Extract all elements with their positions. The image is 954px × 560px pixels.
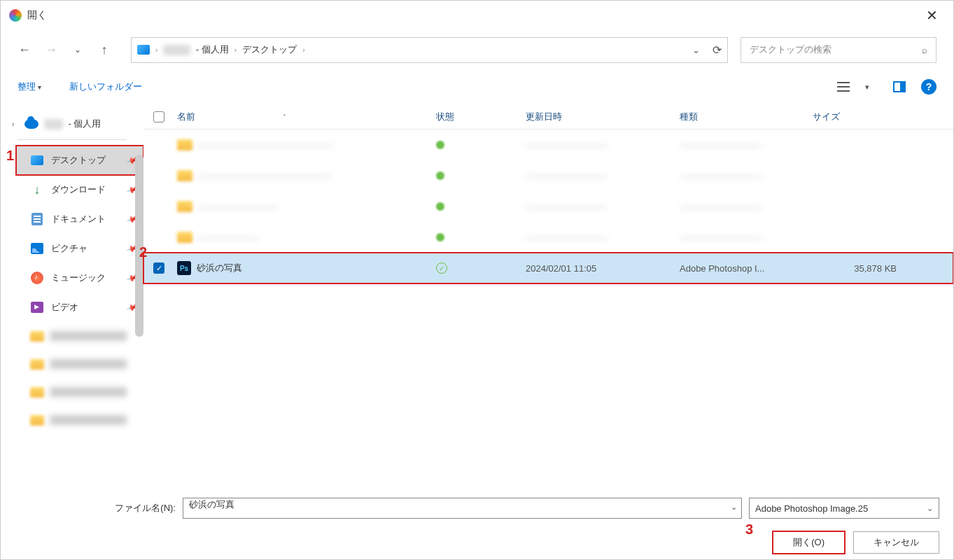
breadcrumb-redacted[interactable]: x	[163, 45, 190, 55]
window-title: 開く	[27, 9, 47, 22]
main-content: 1 › x - 個人用 デスクトップ 📌 ↓ ダウンロード 📌 ドキュメント 📌	[1, 104, 953, 482]
search-placeholder: デスクトップの検索	[750, 43, 832, 56]
sidebar-label-documents: ドキュメント	[51, 213, 106, 225]
folder-icon	[177, 170, 192, 181]
music-icon	[31, 272, 43, 284]
sidebar-item-desktop[interactable]: デスクトップ 📌	[16, 146, 143, 175]
download-icon: ↓	[30, 183, 44, 197]
search-input[interactable]: デスクトップの検索 ⌕	[741, 37, 937, 63]
synced-icon: ✓	[436, 262, 447, 274]
sidebar-label-music: ミュージック	[51, 272, 106, 284]
new-folder-button[interactable]: 新しいフォルダー	[69, 80, 142, 93]
folder-icon	[137, 45, 150, 55]
photoshop-icon: Ps	[177, 261, 191, 275]
document-icon	[31, 213, 43, 225]
file-type: Adobe Photoshop I...	[680, 263, 813, 274]
file-row-redacted[interactable]: ————————— ——————————————————	[143, 191, 953, 222]
address-dropdown[interactable]: ⌄	[692, 45, 700, 55]
search-icon: ⌕	[922, 45, 927, 55]
chevron-right-icon: ›	[234, 46, 237, 54]
file-size: 35,878 KB	[813, 263, 897, 274]
tree-onedrive-label: - 個人用	[69, 118, 101, 130]
folder-icon	[177, 232, 192, 243]
video-icon	[31, 302, 43, 313]
sidebar-item-redacted[interactable]	[1, 378, 143, 406]
status-icon	[436, 202, 444, 211]
sidebar-label-videos: ビデオ	[51, 301, 78, 314]
navigation-sidebar: 1 › x - 個人用 デスクトップ 📌 ↓ ダウンロード 📌 ドキュメント 📌	[1, 104, 143, 482]
back-button[interactable]: ←	[17, 43, 31, 57]
filename-dropdown-icon[interactable]: ⌄	[731, 503, 737, 512]
column-size[interactable]: サイズ	[813, 111, 897, 123]
column-date[interactable]: 更新日時	[526, 111, 680, 123]
sidebar-item-videos[interactable]: ビデオ 📌	[16, 293, 143, 322]
sidebar-item-pictures[interactable]: ピクチャ 📌	[16, 234, 143, 263]
sidebar-label-downloads: ダウンロード	[51, 183, 106, 196]
cancel-button[interactable]: キャンセル	[853, 531, 939, 554]
folder-icon	[177, 139, 192, 150]
sidebar-item-downloads[interactable]: ↓ ダウンロード 📌	[16, 175, 143, 204]
filename-label: ファイル名(N):	[106, 502, 176, 514]
breadcrumb-personal[interactable]: - 個人用	[196, 43, 229, 56]
chevron-right-icon: ›	[155, 46, 157, 54]
filename-input[interactable]: 砂浜の写真 ⌄	[183, 498, 742, 519]
nav-toolbar: ← → ⌄ ↑ › x - 個人用 › デスクトップ › ⌄ ⟳ デスクトップの…	[1, 30, 953, 69]
row-checkbox[interactable]: ✓	[153, 262, 164, 274]
annotation-3: 3	[745, 522, 753, 538]
titlebar: 開く ✕	[1, 1, 953, 30]
annotation-2: 2	[139, 244, 147, 260]
organize-menu[interactable]: 整理	[17, 80, 41, 93]
tree-onedrive[interactable]: › x - 個人用	[1, 111, 143, 136]
status-icon	[436, 141, 444, 149]
chevron-right-icon: ›	[302, 46, 304, 54]
view-dropdown[interactable]: ▾	[865, 83, 878, 92]
file-row-selected[interactable]: ✓ Ps 砂浜の写真 ✓ 2024/02/01 11:05 Adobe Phot…	[143, 253, 953, 284]
separator	[17, 139, 127, 140]
breadcrumb-desktop[interactable]: デスクトップ	[242, 43, 297, 56]
annotation-1: 1	[6, 148, 14, 164]
column-state[interactable]: 状態	[436, 111, 526, 123]
sidebar-item-redacted[interactable]	[1, 350, 143, 378]
folder-icon	[177, 201, 192, 212]
sidebar-item-music[interactable]: ミュージック 📌	[16, 263, 143, 293]
close-button[interactable]: ✕	[919, 4, 945, 27]
sidebar-item-documents[interactable]: ドキュメント 📌	[16, 204, 143, 234]
file-date: 2024/02/01 11:05	[526, 263, 680, 274]
preview-pane-icon[interactable]	[893, 81, 906, 92]
forward-button[interactable]: →	[44, 43, 58, 57]
file-row-redacted[interactable]: ——————————————— ——————————————————	[143, 160, 953, 191]
app-icon	[9, 9, 22, 22]
sidebar-item-redacted[interactable]	[1, 322, 143, 350]
file-row-redacted[interactable]: ——————————————— ——————————————————	[143, 130, 953, 160]
filetype-dropdown-icon: ⌄	[927, 504, 933, 513]
recent-dropdown[interactable]: ⌄	[71, 45, 85, 55]
sort-indicator-icon: ˆ	[283, 113, 286, 120]
sidebar-item-redacted[interactable]	[1, 406, 143, 434]
file-name: 砂浜の写真	[197, 262, 436, 274]
select-all-checkbox[interactable]	[153, 111, 164, 122]
open-button[interactable]: 開く(O)	[773, 531, 845, 554]
pictures-icon	[31, 243, 43, 254]
desktop-icon	[31, 155, 43, 165]
status-icon	[436, 172, 444, 180]
filetype-value: Adobe Photoshop Image.25	[755, 503, 868, 514]
command-toolbar: 整理 新しいフォルダー ▾ ?	[1, 69, 953, 104]
file-row-redacted[interactable]: ——————— ——————————————————	[143, 222, 953, 253]
dialog-footer: ファイル名(N): 砂浜の写真 ⌄ Adobe Photoshop Image.…	[1, 482, 953, 559]
tree-onedrive-user: x	[44, 119, 63, 130]
filename-value: 砂浜の写真	[189, 499, 234, 510]
view-options-icon[interactable]	[837, 82, 850, 92]
up-button[interactable]: ↑	[97, 43, 111, 57]
refresh-button[interactable]: ⟳	[713, 43, 722, 57]
column-name[interactable]: 名前ˆ	[177, 111, 436, 123]
file-list-pane: 2 名前ˆ 状態 更新日時 種類 サイズ ——————————————— ———…	[143, 104, 953, 482]
status-icon	[436, 233, 444, 241]
column-type[interactable]: 種類	[680, 111, 813, 123]
chevron-right-icon: ›	[12, 120, 19, 128]
help-icon[interactable]: ?	[921, 79, 937, 94]
column-headers: 名前ˆ 状態 更新日時 種類 サイズ	[143, 104, 953, 130]
sidebar-label-pictures: ピクチャ	[51, 242, 87, 255]
filetype-select[interactable]: Adobe Photoshop Image.25 ⌄	[749, 498, 939, 519]
sidebar-label-desktop: デスクトップ	[51, 154, 106, 167]
address-bar[interactable]: › x - 個人用 › デスクトップ › ⌄ ⟳	[131, 37, 728, 63]
